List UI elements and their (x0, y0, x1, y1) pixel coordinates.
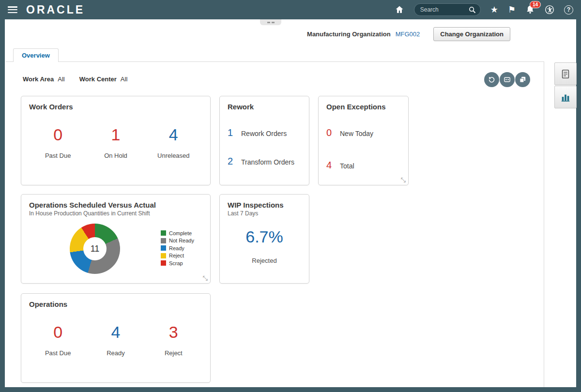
total-row[interactable]: 4 Total (326, 160, 400, 171)
row-label: Total (340, 162, 354, 170)
work-center-value[interactable]: All (121, 75, 127, 83)
work-orders-stats: 0 Past Due 1 On Hold 4 Unreleased (29, 125, 202, 159)
stat-value[interactable]: 1 (96, 125, 135, 144)
wip-rejected-percent[interactable]: 6.7% (228, 227, 301, 246)
legend-item: Reject (161, 252, 194, 260)
stat-unreleased[interactable]: 4 Unreleased (154, 125, 193, 159)
organization-value-link[interactable]: MFG002 (396, 30, 420, 38)
global-search-box[interactable] (414, 3, 481, 16)
legend-label: Ready (169, 245, 184, 251)
row-label: Transform Orders (241, 158, 294, 166)
watchlist-button[interactable]: ⚑ (508, 5, 516, 14)
operations-stats: 0 Past Due 4 Ready 3 Reject (29, 323, 202, 357)
card-title: WIP Inspections (228, 201, 301, 209)
legend-swatch-complete (161, 230, 166, 236)
charts-panel-button[interactable] (554, 86, 577, 108)
layers-icon (519, 75, 527, 84)
wip-inspections-card: WIP Inspections Last 7 Days 6.7% Rejecte… (219, 194, 309, 284)
stat-value[interactable]: 4 (96, 323, 135, 342)
manage-cards-button[interactable] (515, 72, 530, 87)
work-orders-card: Work Orders 0 Past Due 1 On Hold 4 Unrel… (21, 96, 211, 185)
donut-legend: Complete Not Ready Ready Reject Scrap (161, 229, 194, 267)
favorites-button[interactable]: ★ (490, 5, 498, 14)
stat-past-due[interactable]: 0 Past Due (39, 125, 77, 159)
machine-icon (503, 75, 511, 84)
legend-label: Reject (169, 253, 184, 258)
stat-label: Past Due (39, 349, 77, 357)
help-icon: ? (564, 5, 573, 15)
wip-rejected-label: Rejected (228, 257, 301, 264)
tab-overview[interactable]: Overview (13, 48, 59, 62)
card-subtitle: Last 7 Days (228, 210, 301, 217)
stat-label: On Hold (96, 152, 135, 159)
bar-chart-icon (560, 92, 571, 103)
organization-label: Manufacturing Organization (307, 30, 391, 38)
star-icon: ★ (490, 5, 498, 14)
search-input[interactable] (420, 6, 468, 13)
stat-label: Ready (96, 349, 135, 357)
legend-label: Not Ready (169, 238, 194, 243)
row-value[interactable]: 2 (228, 156, 237, 167)
change-organization-button[interactable]: Change Organization (433, 27, 510, 41)
search-icon[interactable] (468, 6, 476, 14)
notifications-button[interactable]: 14 (525, 5, 535, 15)
pages-panel-button[interactable] (554, 62, 577, 85)
flag-icon: ⚑ (508, 5, 516, 14)
open-exceptions-card: Open Exceptions 0 New Today 4 Total ⤡ (318, 96, 409, 185)
resize-handle-icon[interactable]: ⤡ (401, 176, 406, 184)
refresh-button[interactable] (484, 72, 499, 87)
work-area-value[interactable]: All (58, 75, 64, 83)
stat-on-hold[interactable]: 1 On Hold (96, 125, 135, 159)
row-label: New Today (340, 130, 373, 137)
operations-scheduled-card: Operations Scheduled Versus Actual In Ho… (21, 194, 211, 284)
stat-label: Reject (154, 349, 193, 357)
resize-handle-icon[interactable]: ⤡ (203, 274, 208, 282)
stat-value[interactable]: 3 (154, 323, 193, 342)
stat-label: Unreleased (154, 152, 193, 159)
stat-value[interactable]: 4 (154, 125, 193, 144)
donut-ring[interactable]: 11 (70, 224, 120, 274)
navigator-menu-icon[interactable] (8, 6, 17, 13)
stat-ready[interactable]: 4 Ready (96, 323, 135, 357)
card-title: Rework (228, 103, 301, 111)
dispatch-list-button[interactable] (500, 72, 515, 87)
stat-value[interactable]: 0 (39, 125, 77, 144)
legend-item: Ready (161, 244, 194, 252)
row-value[interactable]: 4 (326, 160, 336, 171)
rework-orders-row[interactable]: 1 Rework Orders (228, 127, 301, 138)
header-collapse-handle[interactable] (260, 19, 281, 25)
oracle-logo: ORACLE (26, 3, 85, 16)
donut-center-total: 11 (83, 237, 107, 260)
row-label: Rework Orders (241, 130, 287, 137)
legend-item: Complete (161, 229, 194, 237)
accessibility-icon (545, 5, 554, 15)
card-subtitle: In House Production Quantities in Curren… (29, 210, 202, 217)
home-button[interactable] (395, 5, 404, 15)
work-center-label: Work Center (79, 75, 117, 83)
global-header-actions: ★ ⚑ 14 ? (395, 3, 573, 16)
new-today-row[interactable]: 0 New Today (326, 127, 400, 138)
stat-past-due[interactable]: 0 Past Due (39, 323, 77, 357)
row-value[interactable]: 1 (228, 127, 237, 138)
legend-swatch-reject (161, 253, 166, 258)
row-value[interactable]: 0 (326, 127, 336, 138)
transform-orders-row[interactable]: 2 Transform Orders (228, 156, 301, 167)
card-title: Open Exceptions (326, 103, 400, 111)
help-button[interactable]: ? (564, 5, 573, 15)
page-content: Manufacturing Organization MFG002 Change… (5, 19, 576, 387)
global-header: ORACLE ★ ⚑ 14 (0, 0, 581, 19)
legend-swatch-ready (161, 245, 166, 251)
stat-value[interactable]: 0 (39, 323, 77, 342)
stat-reject[interactable]: 3 Reject (154, 323, 193, 357)
operations-card: Operations 0 Past Due 4 Ready 3 Reject (21, 293, 211, 383)
home-icon (395, 5, 404, 15)
toolbar-buttons (484, 72, 530, 87)
notification-count-badge: 14 (530, 1, 541, 8)
side-panel-strip (549, 62, 576, 109)
refresh-icon (488, 75, 496, 84)
card-title: Operations Scheduled Versus Actual (29, 201, 202, 209)
legend-swatch-scrap (161, 260, 166, 266)
accessibility-button[interactable] (545, 5, 554, 15)
overview-panel: Work Area All Work Center All (6, 61, 544, 387)
card-title: Work Orders (29, 103, 202, 111)
